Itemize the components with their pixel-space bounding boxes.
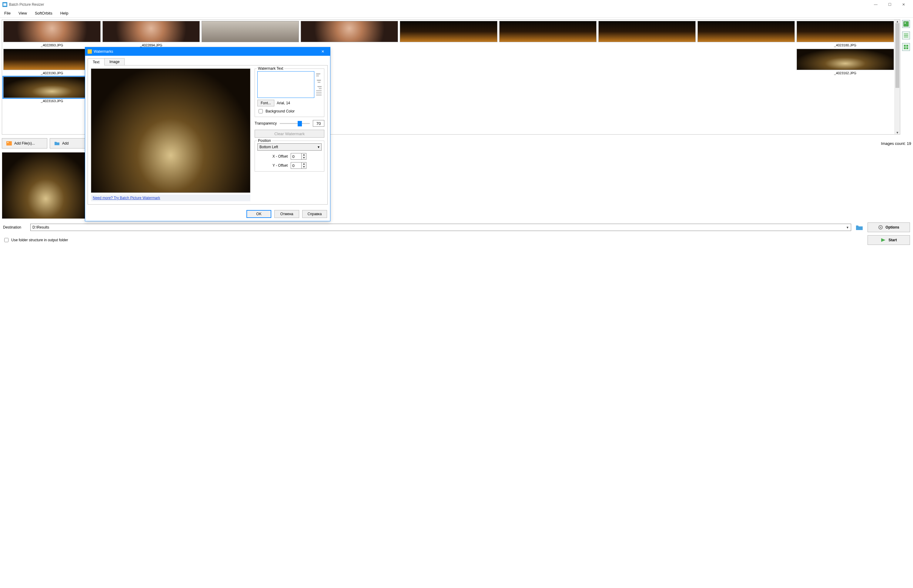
dialog-title: Watermarks [94, 49, 113, 54]
background-color-checkbox[interactable]: Background Color [257, 108, 322, 114]
svg-point-14 [880, 227, 881, 228]
svg-rect-10 [907, 47, 908, 49]
tab-text[interactable]: Text [87, 58, 105, 65]
x-offset-down[interactable]: ▼ [301, 157, 306, 160]
watermarks-dialog: Watermarks ✕ Text Image Need more? Try B… [85, 47, 330, 221]
background-color-label: Background Color [265, 109, 295, 113]
thumbnail[interactable]: _4022893.JPG [3, 21, 101, 47]
align-center-button[interactable] [316, 78, 322, 83]
window-close-button[interactable]: ✕ [897, 2, 911, 6]
thumbnail[interactable]: _4023162.JPG [797, 49, 894, 75]
svg-rect-11 [6, 141, 12, 145]
transparency-value[interactable] [313, 120, 324, 127]
watermark-text-group: Watermark Text Font... Arial, 14 [255, 68, 324, 117]
watermark-preview-image [91, 69, 250, 192]
svg-point-12 [7, 142, 8, 143]
y-offset-spinner[interactable]: ▲▼ [291, 162, 307, 169]
start-button[interactable]: Start [868, 235, 910, 245]
dialog-tabstrip: Text Image [87, 58, 328, 65]
grid-icon [903, 44, 909, 50]
dialog-titlebar[interactable]: Watermarks ✕ [85, 47, 330, 56]
position-legend: Position [257, 139, 272, 143]
app-icon [2, 2, 7, 7]
options-button[interactable]: Options [868, 223, 910, 232]
dialog-button-row: OK Отмена Справка [85, 207, 330, 221]
background-color-input[interactable] [259, 109, 263, 113]
menu-file[interactable]: File [3, 10, 12, 16]
browse-destination-button[interactable] [854, 223, 865, 231]
thumbnail-image [797, 21, 894, 42]
dialog-close-button[interactable]: ✕ [318, 49, 328, 54]
play-arrow-icon [881, 237, 886, 242]
align-left-button[interactable] [316, 71, 322, 77]
svg-rect-6 [904, 37, 908, 37]
y-offset-down[interactable]: ▼ [301, 165, 306, 168]
image-icon [903, 21, 909, 27]
menu-softorbits[interactable]: SoftOrbits [34, 10, 54, 16]
x-offset-label: X - Offset [273, 154, 288, 158]
watermark-text-input[interactable] [257, 71, 314, 98]
images-count-label: Images count: 19 [881, 141, 911, 146]
position-value: Bottom Left [260, 145, 278, 149]
y-offset-up[interactable]: ▲ [301, 162, 306, 165]
chevron-down-icon: ▾ [318, 145, 320, 149]
x-offset-up[interactable]: ▲ [301, 153, 306, 157]
promo-link[interactable]: Need more? Try Batch Picture Watermark [91, 195, 250, 201]
gear-icon [878, 225, 883, 230]
svg-point-3 [905, 23, 906, 24]
menu-view[interactable]: View [17, 10, 28, 16]
dialog-app-icon [87, 49, 92, 54]
window-maximize-button[interactable]: ☐ [883, 2, 897, 6]
font-button[interactable]: Font... [257, 100, 274, 107]
svg-rect-2 [903, 21, 908, 26]
dialog-help-button[interactable]: Справка [302, 210, 327, 218]
thumbnail[interactable]: _4022894.JPG [102, 21, 200, 47]
y-offset-input[interactable] [291, 162, 301, 168]
thumbnail-image [202, 21, 299, 42]
use-folder-structure-label: Use folder structure in output folder [11, 238, 68, 242]
gallery-scrollbar[interactable]: ▲ ▼ [895, 20, 900, 134]
position-select[interactable]: Bottom Left ▾ [257, 143, 322, 151]
window-minimize-button[interactable]: — [869, 2, 883, 6]
thumbnail[interactable]: _4023180.JPG [797, 21, 894, 47]
preview-image [2, 152, 89, 218]
thumbnail-image [4, 21, 100, 42]
details-view-button[interactable] [902, 43, 910, 51]
thumbnail[interactable] [202, 21, 299, 47]
y-offset-label: Y - Offset [273, 163, 288, 168]
dialog-cancel-button[interactable]: Отмена [274, 210, 299, 218]
window-titlebar: Batch Picture Resizer — ☐ ✕ [0, 0, 913, 9]
chevron-down-icon: ▼ [846, 226, 849, 229]
align-justify-button[interactable] [316, 90, 322, 96]
thumbnails-view-button[interactable] [902, 20, 910, 28]
thumbnail[interactable] [400, 21, 497, 47]
thumbnail[interactable] [499, 21, 596, 47]
transparency-slider[interactable] [280, 120, 310, 126]
thumbnail-image [400, 21, 497, 42]
svg-rect-4 [904, 34, 908, 34]
list-view-button[interactable] [902, 32, 910, 39]
use-folder-structure-checkbox[interactable]: Use folder structure in output folder [3, 237, 68, 243]
align-right-button[interactable] [316, 84, 322, 89]
svg-rect-15 [87, 49, 92, 54]
folder-icon [54, 141, 60, 146]
options-label: Options [886, 225, 899, 229]
tab-image[interactable]: Image [104, 58, 124, 65]
thumbnail[interactable] [598, 21, 696, 47]
thumbnail-image [103, 21, 199, 42]
dialog-ok-button[interactable]: OK [246, 210, 271, 218]
clear-watermark-button[interactable]: Clear Watermark [255, 130, 324, 137]
position-group: Position Bottom Left ▾ X - Offset ▲▼ Y -… [255, 141, 324, 171]
use-folder-structure-input[interactable] [4, 238, 8, 242]
menu-help[interactable]: Help [59, 10, 70, 16]
x-offset-input[interactable] [291, 153, 301, 160]
thumbnail-image [698, 21, 795, 42]
x-offset-spinner[interactable]: ▲▼ [291, 153, 307, 160]
thumbnail-caption: _4023162.JPG [797, 71, 894, 75]
transparency-label: Transparency [255, 121, 277, 126]
destination-combo[interactable]: D:\Results ▼ [30, 224, 851, 231]
thumbnail-image [599, 21, 695, 42]
add-files-button[interactable]: Add File(s)... [2, 138, 47, 149]
thumbnail[interactable] [301, 21, 398, 47]
thumbnail[interactable] [698, 21, 795, 47]
